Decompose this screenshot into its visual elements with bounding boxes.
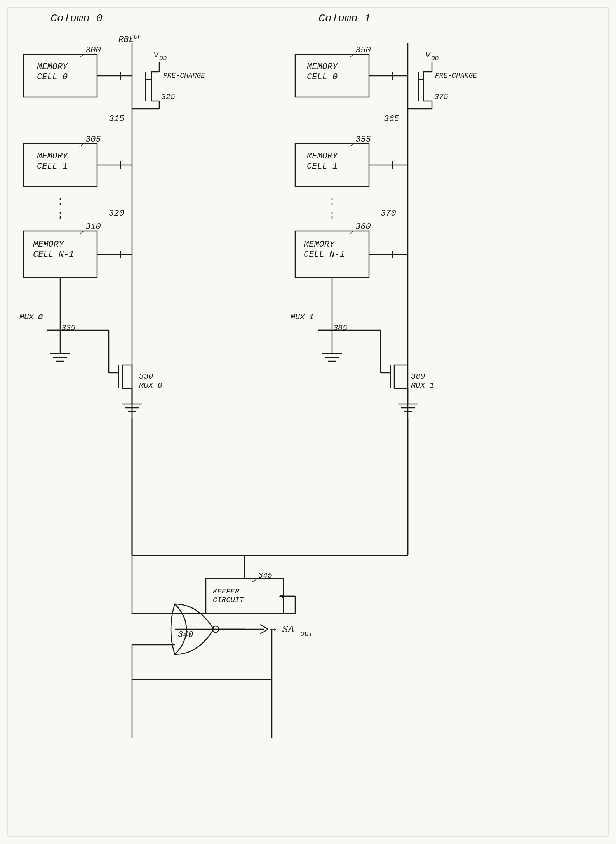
svg-text:MUX Ø: MUX Ø [19, 313, 43, 322]
svg-text:CELL N-1: CELL N-1 [304, 250, 345, 259]
svg-text:V: V [153, 50, 159, 60]
svg-text:355: 355 [355, 135, 371, 144]
svg-text:315: 315 [109, 114, 124, 124]
svg-text:380: 380 [411, 372, 425, 381]
svg-text:385: 385 [333, 324, 347, 332]
svg-text:330: 330 [139, 372, 153, 381]
svg-text:365: 365 [384, 114, 399, 124]
column-1-header: Column 1 [318, 12, 371, 24]
svg-text:V: V [425, 50, 431, 60]
svg-text:→ SA: → SA [270, 624, 294, 635]
svg-text:MEMORY: MEMORY [304, 240, 335, 249]
column-0-header: Column 0 [50, 12, 103, 24]
svg-text:MUX 1: MUX 1 [291, 313, 314, 322]
svg-text:370: 370 [381, 209, 396, 218]
svg-text:CIRCUIT: CIRCUIT [213, 596, 244, 604]
svg-text:345: 345 [258, 571, 272, 580]
svg-text:CELL 1: CELL 1 [37, 162, 68, 171]
svg-text:CELL N-1: CELL N-1 [33, 250, 74, 259]
svg-rect-0 [0, 0, 616, 844]
svg-text:MUX 1: MUX 1 [411, 381, 434, 390]
svg-text:325: 325 [161, 92, 175, 101]
svg-text:PRE-CHARGE: PRE-CHARGE [163, 72, 205, 80]
svg-text:310: 310 [85, 222, 101, 232]
svg-text:CELL 1: CELL 1 [307, 162, 338, 171]
svg-text:KEEPER: KEEPER [213, 587, 240, 596]
svg-text:MUX Ø: MUX Ø [139, 381, 163, 390]
svg-text:MEMORY: MEMORY [307, 62, 338, 72]
svg-text:TOP: TOP [130, 34, 141, 41]
svg-text:MEMORY: MEMORY [37, 151, 68, 161]
svg-text:375: 375 [434, 92, 448, 101]
svg-text:340: 340 [178, 630, 193, 640]
svg-text:CELL 0: CELL 0 [37, 72, 68, 82]
svg-text:DD: DD [159, 55, 167, 62]
svg-text:350: 350 [355, 45, 371, 55]
circuit-diagram: Column 0 Column 1 MEMORY CELL 0 300 MEMO… [0, 0, 616, 844]
svg-text:PRE-CHARGE: PRE-CHARGE [435, 72, 477, 80]
svg-text:300: 300 [85, 45, 101, 55]
svg-text:MEMORY: MEMORY [37, 62, 68, 72]
svg-text:335: 335 [61, 324, 75, 332]
svg-text:CELL 0: CELL 0 [307, 72, 338, 82]
svg-text:DD: DD [431, 55, 439, 62]
svg-text:320: 320 [109, 209, 124, 218]
svg-text:MEMORY: MEMORY [33, 240, 64, 249]
svg-text:MEMORY: MEMORY [307, 151, 338, 161]
svg-text:OUT: OUT [300, 630, 313, 638]
svg-text:305: 305 [85, 135, 101, 144]
svg-text:360: 360 [355, 222, 371, 232]
